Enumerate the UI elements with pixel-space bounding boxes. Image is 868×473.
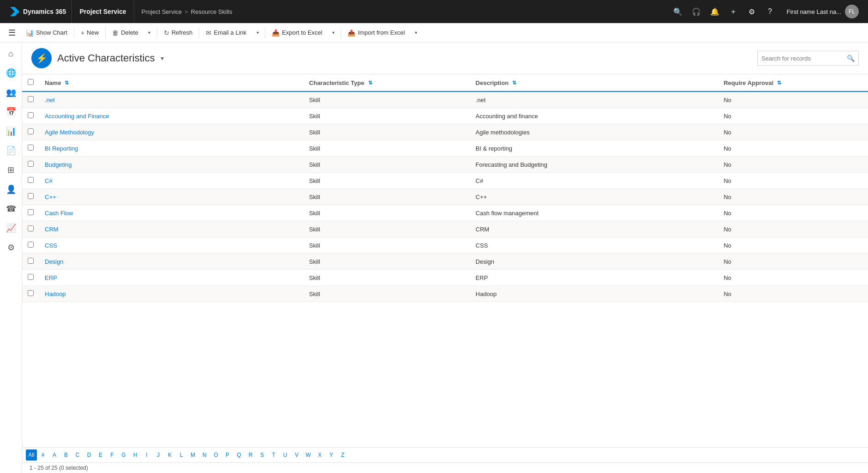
row-checkbox-cell[interactable]	[22, 286, 39, 302]
alpha-btn-w[interactable]: W	[303, 449, 314, 461]
select-all-header[interactable]	[22, 74, 39, 91]
table-row[interactable]: ERP Skill ERP No	[22, 270, 868, 286]
import-chevron[interactable]: ▾	[410, 25, 421, 40]
sidebar-icon-person[interactable]: 👤	[2, 180, 20, 199]
row-checkbox[interactable]	[28, 290, 34, 296]
table-row[interactable]: Agile Methodology Skill Agile methodolog…	[22, 124, 868, 140]
table-row[interactable]: CSS Skill CSS No	[22, 237, 868, 254]
alpha-btn-y[interactable]: Y	[326, 449, 337, 461]
name-header[interactable]: Name ⇅	[39, 74, 304, 91]
alpha-btn-z[interactable]: Z	[337, 449, 348, 461]
row-checkbox[interactable]	[28, 209, 34, 215]
row-checkbox-cell[interactable]	[22, 173, 39, 189]
row-name[interactable]: Agile Methodology	[39, 124, 304, 140]
row-checkbox-cell[interactable]	[22, 140, 39, 157]
export-excel-button[interactable]: 📥 Export to Excel	[267, 25, 327, 40]
name-sort-icon[interactable]: ⇅	[65, 80, 69, 86]
row-name[interactable]: C#	[39, 173, 304, 189]
alpha-btn-v[interactable]: V	[291, 449, 302, 461]
row-checkbox[interactable]	[28, 242, 34, 248]
alpha-btn-k[interactable]: K	[164, 449, 175, 461]
new-button[interactable]: + New	[76, 25, 103, 40]
row-checkbox[interactable]	[28, 258, 34, 264]
row-name[interactable]: Design	[39, 254, 304, 270]
table-row[interactable]: CRM Skill CRM No	[22, 221, 868, 237]
row-checkbox-cell[interactable]	[22, 237, 39, 254]
user-area[interactable]: First name Last na... FL	[782, 5, 864, 18]
module-name[interactable]: Project Service	[72, 0, 134, 23]
import-excel-button[interactable]: 📤 Import from Excel	[343, 25, 409, 40]
row-name[interactable]: ERP	[39, 270, 304, 286]
row-checkbox-cell[interactable]	[22, 124, 39, 140]
alpha-btn-q[interactable]: Q	[233, 449, 245, 461]
hamburger-button[interactable]: ☰	[4, 24, 20, 41]
table-row[interactable]: Budgeting Skill Forecasting and Budgetin…	[22, 157, 868, 173]
gear-nav-icon[interactable]: ⚙	[743, 3, 760, 20]
alpha-btn-t[interactable]: T	[268, 449, 279, 461]
row-checkbox[interactable]	[28, 161, 34, 167]
row-name[interactable]: CSS	[39, 237, 304, 254]
page-title-chevron[interactable]: ▾	[161, 55, 164, 62]
brand-logo[interactable]: Dynamics 365	[5, 0, 72, 23]
refresh-button[interactable]: ↻ Refresh	[159, 25, 198, 40]
sidebar-icon-grid[interactable]: ⊞	[2, 161, 20, 179]
row-checkbox[interactable]	[28, 274, 34, 280]
sidebar-icon-globe[interactable]: 🌐	[2, 64, 20, 82]
alpha-btn-j[interactable]: J	[153, 449, 164, 461]
help-icon[interactable]: ?	[762, 3, 778, 20]
row-checkbox[interactable]	[28, 145, 34, 151]
row-checkbox[interactable]	[28, 177, 34, 183]
search-records-icon[interactable]: 🔍	[847, 55, 855, 62]
approval-header[interactable]: Require Approval ⇅	[718, 74, 868, 91]
email-chevron[interactable]: ▾	[252, 25, 263, 40]
row-name[interactable]: C++	[39, 189, 304, 205]
alpha-btn-c[interactable]: C	[72, 449, 83, 461]
row-checkbox-cell[interactable]	[22, 270, 39, 286]
alpha-btn-#[interactable]: #	[37, 449, 48, 461]
sidebar-icon-calendar[interactable]: 📅	[2, 103, 20, 121]
table-row[interactable]: Accounting and Finance Skill Accounting …	[22, 108, 868, 124]
table-row[interactable]: Hadoop Skill Hadoop No	[22, 286, 868, 302]
alpha-btn-a[interactable]: A	[49, 449, 60, 461]
description-header[interactable]: Description ⇅	[470, 74, 718, 91]
row-checkbox[interactable]	[28, 193, 34, 199]
row-name[interactable]: Budgeting	[39, 157, 304, 173]
table-row[interactable]: .net Skill .net No	[22, 91, 868, 108]
delete-chevron[interactable]: ▾	[144, 25, 155, 40]
sidebar-icon-reports[interactable]: 📊	[2, 122, 20, 140]
type-header[interactable]: Characteristic Type ⇅	[304, 74, 470, 91]
desc-sort-icon[interactable]: ⇅	[512, 80, 516, 86]
show-chart-button[interactable]: 📊 Show Chart	[21, 25, 72, 40]
alpha-btn-d[interactable]: D	[84, 449, 95, 461]
sidebar-icon-home[interactable]: ⌂	[2, 44, 20, 63]
alpha-btn-f[interactable]: F	[107, 449, 118, 461]
table-row[interactable]: C# Skill C# No	[22, 173, 868, 189]
row-checkbox-cell[interactable]	[22, 254, 39, 270]
row-checkbox[interactable]	[28, 225, 34, 231]
row-name[interactable]: Accounting and Finance	[39, 108, 304, 124]
delete-button[interactable]: 🗑 Delete	[108, 25, 143, 40]
alpha-btn-m[interactable]: M	[187, 449, 198, 461]
alpha-btn-o[interactable]: O	[210, 449, 221, 461]
breadcrumb-parent[interactable]: Project Service	[142, 8, 182, 15]
row-name[interactable]: CRM	[39, 221, 304, 237]
select-all-checkbox[interactable]	[28, 79, 34, 85]
alpha-btn-e[interactable]: E	[95, 449, 106, 461]
table-row[interactable]: Cash Flow Skill Cash flow management No	[22, 205, 868, 221]
row-name[interactable]: .net	[39, 91, 304, 108]
row-checkbox-cell[interactable]	[22, 205, 39, 221]
sidebar-icon-settings[interactable]: ⚙	[2, 238, 20, 257]
alpha-btn-i[interactable]: I	[141, 449, 152, 461]
search-nav-icon[interactable]: 🔍	[670, 3, 686, 20]
alpha-btn-h[interactable]: H	[130, 449, 141, 461]
type-sort-icon[interactable]: ⇅	[368, 80, 372, 86]
row-checkbox-cell[interactable]	[22, 221, 39, 237]
table-row[interactable]: C++ Skill C++ No	[22, 189, 868, 205]
breadcrumb-current[interactable]: Resource Skills	[191, 8, 233, 15]
row-checkbox[interactable]	[28, 112, 34, 118]
alpha-btn-n[interactable]: N	[199, 449, 210, 461]
row-name[interactable]: Cash Flow	[39, 205, 304, 221]
email-link-button[interactable]: ✉ Email a Link	[201, 25, 251, 40]
bell-icon[interactable]: 🔔	[706, 3, 723, 20]
alpha-btn-u[interactable]: U	[280, 449, 291, 461]
